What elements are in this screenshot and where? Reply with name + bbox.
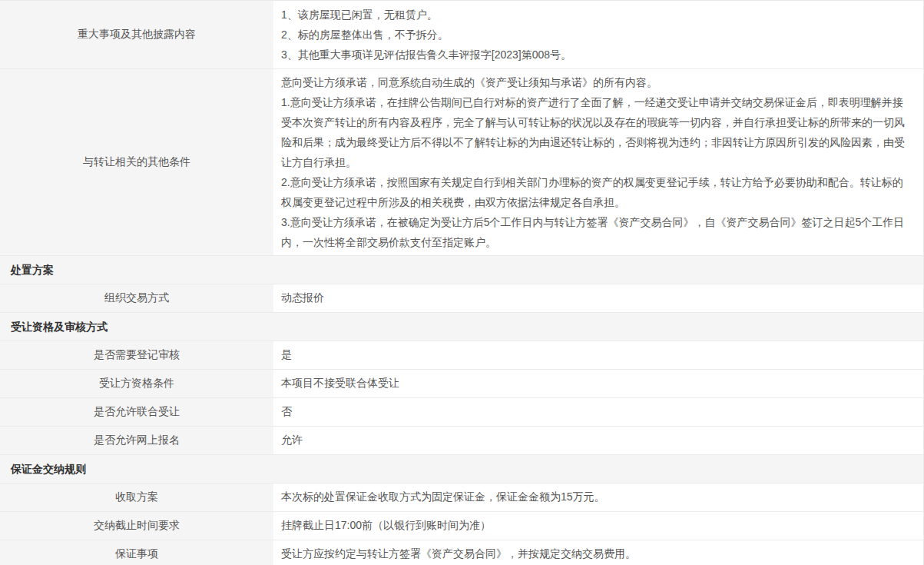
field-value: 否 [275,398,923,426]
field-label-text: 交纳截止时间要求 [94,519,180,533]
condition-paragraph: 1.意向受让方须承诺，在挂牌公告期间已自行对标的资产进行了全面了解，一经递交受让… [281,92,912,172]
row-qualification-conditions: 受让方资格条件 本项目不接受联合体受让 [0,370,923,398]
row-joint-transfer: 是否允许联合受让 否 [0,398,923,427]
row-transfer-conditions: 与转让相关的其他条件 意向受让方须承诺，同意系统自动生成的《资产受让须知与承诺》… [0,69,923,256]
field-label-text: 收取方案 [115,490,158,504]
field-label: 组织交易方式 [0,284,275,312]
field-label: 受让方资格条件 [0,370,275,397]
field-label-text: 与转让相关的其他条件 [83,155,190,169]
field-value-text: 否 [281,405,912,419]
disclosure-item: 1、该房屋现已闲置，无租赁户。 [281,5,912,25]
field-label: 重大事项及其他披露内容 [0,1,275,68]
disclosure-item: 2、标的房屋整体出售，不予拆分。 [281,25,912,45]
field-label-text: 是否需要登记审核 [94,348,180,362]
row-online-registration: 是否允许网上报名 允许 [0,427,923,455]
field-label: 是否允许网上报名 [0,427,275,454]
field-value-text: 挂牌截止日17:00前（以银行到账时间为准） [281,519,912,533]
field-label: 交纳截止时间要求 [0,512,275,540]
field-label-text: 受让方资格条件 [99,377,174,391]
field-label: 保证事项 [0,540,275,565]
field-label-text: 保证事项 [115,547,158,561]
section-transferee-qualification: 受让资格及审核方式 [0,313,923,341]
field-label: 是否需要登记审核 [0,341,275,369]
condition-paragraph: 3.意向受让方须承诺，在被确定为受让方后5个工作日内与转让方签署《资产交易合同》… [281,212,912,252]
field-value-text: 本次标的处置保证金收取方式为固定保证金，保证金金额为15万元。 [281,490,912,504]
field-label: 收取方案 [0,484,275,511]
field-value-text: 允许 [281,434,912,447]
row-collection-plan: 收取方案 本次标的处置保证金收取方式为固定保证金，保证金金额为15万元。 [0,484,923,512]
field-value: 挂牌截止日17:00前（以银行到账时间为准） [275,512,923,540]
field-value: 意向受让方须承诺，同意系统自动生成的《资产受让须知与承诺》的所有内容。 1.意向… [275,69,923,255]
field-label: 是否允许联合受让 [0,398,275,426]
section-deposit-rules: 保证金交纳规则 [0,455,923,484]
field-value-text: 本项目不接受联合体受让 [281,377,912,391]
field-label-text: 是否允许网上报名 [94,434,180,447]
field-value: 1、该房屋现已闲置，无租赁户。 2、标的房屋整体出售，不予拆分。 3、其他重大事… [275,1,923,68]
field-label-text: 是否允许联合受让 [94,405,180,419]
condition-paragraph: 2.意向受让方须承诺，按照国家有关规定自行到相关部门办理标的资产的权属变更登记手… [281,172,912,212]
row-guarantee-matters: 保证事项 受让方应按约定与转让方签署《资产交易合同》，并按规定交纳交易费用。 [0,540,923,565]
field-value: 受让方应按约定与转让方签署《资产交易合同》，并按规定交纳交易费用。 [275,540,923,565]
field-value-text: 动态报价 [281,291,912,305]
asset-transfer-info-table: 重大事项及其他披露内容 1、该房屋现已闲置，无租赁户。 2、标的房屋整体出售，不… [0,0,924,565]
condition-paragraph: 意向受让方须承诺，同意系统自动生成的《资产受让须知与承诺》的所有内容。 [281,72,912,92]
field-value: 本次标的处置保证金收取方式为固定保证金，保证金金额为15万元。 [275,484,923,511]
field-label-text: 重大事项及其他披露内容 [78,28,196,42]
field-label: 与转让相关的其他条件 [0,69,275,255]
field-value: 本项目不接受联合体受让 [275,370,923,397]
field-label-text: 组织交易方式 [104,291,169,305]
row-trading-method: 组织交易方式 动态报价 [0,284,923,313]
field-value-text: 是 [281,348,912,362]
disclosure-item: 3、其他重大事项详见评估报告鲁久丰评报字[2023]第008号。 [281,45,912,65]
section-disposal-plan: 处置方案 [0,256,923,284]
field-value: 允许 [275,427,923,454]
row-payment-deadline: 交纳截止时间要求 挂牌截止日17:00前（以银行到账时间为准） [0,512,923,540]
row-registration-review: 是否需要登记审核 是 [0,341,923,370]
field-value: 动态报价 [275,284,923,312]
field-value-text: 受让方应按约定与转让方签署《资产交易合同》，并按规定交纳交易费用。 [281,547,912,561]
row-major-disclosures: 重大事项及其他披露内容 1、该房屋现已闲置，无租赁户。 2、标的房屋整体出售，不… [0,1,923,69]
field-value: 是 [275,341,923,369]
